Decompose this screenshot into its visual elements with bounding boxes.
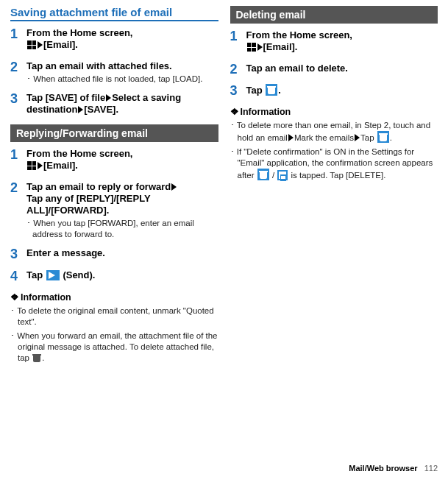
- page-title: Saving attachment file of email: [10, 6, 218, 21]
- arrow-icon: [38, 41, 43, 49]
- text: When you forward an email, the attachmen…: [17, 331, 217, 362]
- step-row: 2 Tap an email with attached files. When…: [10, 60, 218, 85]
- step-title: Enter a message.: [26, 247, 218, 259]
- arrow-icon: [288, 134, 294, 141]
- page-number: 112: [424, 464, 438, 473]
- text: From the Home screen,: [246, 29, 353, 40]
- step-body: From the Home screen, [Email].: [246, 29, 438, 55]
- step-body: Tap .: [246, 84, 438, 99]
- text: Tap: [246, 85, 266, 96]
- trash-icon: [266, 84, 277, 96]
- step-body: Tap an email with attached files. When a…: [26, 60, 218, 85]
- step-number: 2: [230, 63, 246, 77]
- step-row: 3 Tap .: [230, 84, 438, 99]
- step-title: From the Home screen, [Email].: [246, 29, 438, 54]
- info-item: To delete more than one email, in Step 2…: [230, 120, 438, 144]
- step-body: Enter a message.: [26, 247, 218, 262]
- text: Tap [SAVE] of file: [26, 92, 105, 103]
- step-body: From the Home screen, [Email].: [26, 27, 218, 53]
- trash-icon: [257, 169, 269, 180]
- arrow-icon: [171, 183, 177, 191]
- step-note: When you tap [FORWARD], enter an email a…: [26, 218, 218, 240]
- apps-grid-icon: [247, 43, 256, 52]
- info-heading: Information: [230, 106, 438, 117]
- send-icon: [46, 270, 60, 280]
- info-item: When you forward an email, the attachmen…: [10, 331, 218, 364]
- step-row: 2 Tap an email to delete.: [230, 63, 438, 77]
- step-body: From the Home screen, [Email].: [26, 148, 218, 174]
- text: .: [390, 133, 392, 142]
- step-body: Tap an email to reply or forwardTap any …: [26, 181, 218, 241]
- text: Tap any of [REPLY]/[REPLY ALL]/[FORWARD]…: [26, 193, 150, 216]
- arrow-icon: [78, 106, 83, 113]
- step-title: Tap [SAVE] of fileSelect a saving destin…: [26, 92, 218, 116]
- section-header: Deleting email: [230, 6, 438, 24]
- text: Tap an email to reply or forward: [26, 181, 171, 192]
- step-row: 3 Tap [SAVE] of fileSelect a saving dest…: [10, 92, 218, 118]
- left-column: Saving attachment file of email 1 From t…: [0, 0, 224, 477]
- text: From the Home screen,: [26, 27, 133, 38]
- text: is tapped. Tap [DELETE].: [288, 171, 385, 180]
- info-heading: Information: [10, 292, 218, 303]
- info-item: To delete the original email content, un…: [10, 305, 218, 328]
- footer: Mail/Web browser 112: [349, 464, 438, 473]
- text: (Send).: [60, 269, 96, 280]
- apps-grid-icon: [27, 40, 36, 49]
- arrow-icon: [106, 94, 111, 102]
- text: [Email].: [263, 41, 298, 52]
- step-row: 3 Enter a message.: [10, 247, 218, 262]
- step-number: 4: [10, 269, 26, 284]
- step-body: Tap (Send).: [26, 269, 218, 284]
- text: From the Home screen,: [26, 148, 133, 159]
- step-title: Tap (Send).: [26, 269, 218, 281]
- trash-icon: [32, 353, 41, 362]
- text: [Email].: [43, 160, 78, 171]
- footer-label: Mail/Web browser: [349, 464, 417, 473]
- page: Saving attachment file of email 1 From t…: [0, 0, 448, 477]
- info-item: If "Delete confirmation" is ON in the Se…: [230, 146, 438, 181]
- step-row: 4 Tap (Send).: [10, 269, 218, 284]
- step-title: From the Home screen, [Email].: [26, 27, 218, 52]
- step-title: Tap an email to reply or forwardTap any …: [26, 181, 218, 217]
- step-title: From the Home screen, [Email].: [26, 148, 218, 172]
- text: [SAVE].: [84, 104, 118, 115]
- text: Tap: [26, 269, 46, 280]
- step-number: 1: [10, 27, 26, 53]
- step-number: 2: [10, 181, 26, 241]
- trash-outline-icon: [277, 170, 288, 180]
- step-row: 1 From the Home screen, [Email].: [230, 29, 438, 55]
- step-number: 3: [230, 84, 246, 99]
- section-header: Replying/Forwarding email: [10, 124, 218, 142]
- step-number: 3: [10, 247, 26, 262]
- step-number: 1: [230, 29, 246, 55]
- text: Tap: [360, 133, 377, 142]
- arrow-icon: [38, 162, 43, 169]
- text: Mark the emails: [294, 133, 354, 142]
- step-body: Tap an email to delete.: [246, 63, 438, 77]
- step-number: 3: [10, 92, 26, 118]
- text: .: [278, 85, 281, 96]
- step-title: Tap an email to delete.: [246, 63, 438, 74]
- step-title: Tap .: [246, 84, 438, 96]
- text: .: [42, 353, 44, 362]
- arrow-icon: [355, 134, 360, 141]
- step-body: Tap [SAVE] of fileSelect a saving destin…: [26, 92, 218, 118]
- arrow-icon: [257, 43, 263, 51]
- step-row: 1 From the Home screen, [Email].: [10, 148, 218, 174]
- step-number: 1: [10, 148, 26, 174]
- text: /: [270, 171, 277, 180]
- step-number: 2: [10, 60, 26, 85]
- step-row: 2 Tap an email to reply or forwardTap an…: [10, 181, 218, 241]
- right-column: Deleting email 1 From the Home screen, […: [224, 0, 449, 477]
- step-row: 1 From the Home screen, [Email].: [10, 27, 218, 53]
- step-title: Tap an email with attached files.: [26, 60, 218, 72]
- apps-grid-icon: [27, 161, 36, 170]
- step-note: When attached file is not loaded, tap [L…: [26, 74, 218, 85]
- text: [Email].: [43, 39, 78, 50]
- trash-icon: [377, 131, 389, 143]
